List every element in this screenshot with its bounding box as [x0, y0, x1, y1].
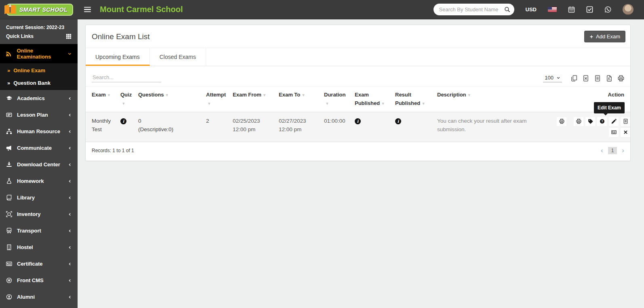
col-quiz: Quiz: [120, 92, 132, 106]
user-avatar[interactable]: [623, 4, 633, 15]
file-lines-icon: [623, 119, 628, 124]
sidebar-item-academics[interactable]: Academics: [0, 90, 78, 107]
pagination-next-icon[interactable]: ›: [622, 147, 624, 154]
col-questions: Questions: [138, 92, 168, 98]
exam-result-button[interactable]: [621, 117, 630, 126]
currency-label[interactable]: USD: [526, 6, 537, 13]
add-exam-button[interactable]: Add Exam: [584, 31, 625, 42]
sidebar-item-online-examinations[interactable]: Online Examinations: [0, 44, 78, 63]
delete-exam-button[interactable]: [621, 128, 630, 137]
print-description-button[interactable]: [557, 117, 566, 126]
whatsapp-icon[interactable]: [604, 6, 611, 13]
sidebar-item-homework[interactable]: Homework: [0, 173, 78, 189]
logo-book-icon: [3, 3, 17, 18]
id-card-icon: [611, 130, 617, 135]
sidebar-toggle-button[interactable]: [84, 7, 91, 13]
top-header: SMART SCHOOL Mount Carmel School USD: [0, 0, 644, 19]
sidebar-item-alumni[interactable]: Alumni: [0, 289, 78, 305]
chevron-left-icon: [68, 196, 72, 200]
double-angle-icon: »: [7, 67, 10, 73]
table-header-row: Exam Quiz Questions Attempt Exam From Ex…: [86, 87, 630, 112]
sidebar-item-front-cms[interactable]: Front CMS: [0, 272, 78, 289]
sidebar-item-transport[interactable]: Transport: [0, 222, 78, 239]
pdf-export-icon[interactable]: [606, 75, 612, 82]
col-attempt: Attempt: [206, 92, 226, 106]
news-icon: [6, 112, 12, 118]
plus-icon: [589, 35, 593, 39]
language-flag-icon[interactable]: [548, 7, 557, 12]
sidebar: Current Session: 2022-23 Quick Links Onl…: [0, 19, 78, 308]
tab-closed-exams[interactable]: Closed Exams: [150, 48, 206, 66]
assign-tag-button[interactable]: [585, 117, 595, 126]
online-examinations-submenu: » Online Exam » Question Bank: [0, 63, 78, 90]
exam-table-row: Monthly Test i 0 (Descriptive:0) 2 02/25…: [86, 112, 630, 142]
cell-questions: 0 (Descriptive:0): [135, 112, 203, 142]
quick-links[interactable]: Quick Links: [6, 32, 72, 41]
col-exam-to: Exam To: [279, 92, 305, 98]
printer-icon: [559, 119, 564, 124]
app-logo[interactable]: SMART SCHOOL: [0, 0, 78, 19]
print-exam-button[interactable]: [574, 117, 583, 126]
usercircle-icon: [6, 294, 12, 300]
sidebar-item-communicate[interactable]: Communicate: [0, 140, 78, 156]
exam-tabs: Upcoming Exams Closed Exams: [86, 48, 630, 66]
sidebar-item-download-center[interactable]: Download Center: [0, 156, 78, 173]
close-icon: [623, 130, 628, 135]
current-session-label: Current Session: 2022-23: [6, 23, 72, 32]
sidebar-item-certificate[interactable]: Certificate: [0, 256, 78, 272]
quick-links-label: Quick Links: [6, 32, 34, 41]
chevron-left-icon: [68, 245, 72, 249]
sidebar-item-human-resource[interactable]: Human Resource: [0, 123, 78, 140]
box-icon: [6, 211, 12, 217]
grad-icon: [6, 95, 12, 101]
cell-exam-from: 02/25/2023 12:00 pm: [229, 112, 276, 142]
online-exam-panel: Online Exam List Add Exam Upcoming Exams…: [85, 25, 631, 161]
result-published-info-icon[interactable]: i: [395, 118, 401, 124]
col-duration: Duration: [324, 92, 345, 106]
chevron-left-icon: [68, 279, 72, 283]
excel-export-icon[interactable]: [583, 75, 589, 82]
pagination-page-button[interactable]: 1: [608, 147, 617, 154]
rss-icon: [6, 51, 12, 57]
csv-export-icon[interactable]: [594, 75, 601, 82]
search-icon[interactable]: [504, 6, 510, 13]
cell-description: You can check your result after exam sub…: [434, 112, 570, 142]
exam-detail-button[interactable]: [609, 128, 619, 137]
quiz-info-icon[interactable]: i: [120, 118, 126, 124]
bus-icon: [6, 228, 12, 234]
sidebar-item-library[interactable]: Library: [0, 189, 78, 206]
sidebar-item-lesson-plan[interactable]: Lesson Plan: [0, 107, 78, 123]
school-name: Mount Carmel School: [100, 5, 183, 14]
edit-exam-button[interactable]: [609, 117, 619, 126]
edit-exam-tooltip: Edit Exam: [594, 102, 625, 114]
tab-upcoming-exams[interactable]: Upcoming Exams: [86, 48, 150, 66]
task-check-icon[interactable]: [586, 6, 593, 13]
page-size-select[interactable]: 100: [543, 74, 562, 82]
print-export-icon[interactable]: [618, 75, 624, 82]
sidebar-subitem-online-exam[interactable]: » Online Exam: [0, 64, 78, 77]
cell-exam-to: 02/27/2023 12:00 pm: [276, 112, 321, 142]
col-exam-published: Exam Published: [355, 92, 384, 106]
cell-action: Edit Exam: [570, 112, 630, 142]
sidebar-item-inventory[interactable]: Inventory: [0, 206, 78, 222]
questions-button[interactable]: [597, 117, 607, 126]
table-search-input[interactable]: [92, 73, 161, 82]
student-search-input[interactable]: [439, 6, 504, 13]
calendar-icon[interactable]: [568, 6, 575, 13]
chevron-left-icon: [68, 146, 72, 150]
col-exam-from: Exam From: [233, 92, 265, 98]
chevron-left-icon: [68, 113, 72, 117]
sitemap-icon: [6, 128, 12, 134]
pagination-prev-icon[interactable]: ‹: [601, 147, 603, 154]
chevron-left-icon: [68, 163, 72, 167]
sidebar-subitem-question-bank[interactable]: » Question Bank: [0, 77, 78, 89]
copy-export-icon[interactable]: [571, 75, 577, 82]
exam-published-info-icon[interactable]: i: [355, 118, 361, 124]
chevron-left-icon: [68, 212, 72, 216]
sidebar-item-hostel[interactable]: Hostel: [0, 239, 78, 256]
col-exam: Exam: [92, 92, 110, 98]
student-search[interactable]: [434, 4, 514, 15]
chevron-left-icon: [68, 295, 72, 299]
tag-icon: [588, 119, 593, 124]
records-summary: Records: 1 to 1 of 1: [92, 148, 134, 153]
